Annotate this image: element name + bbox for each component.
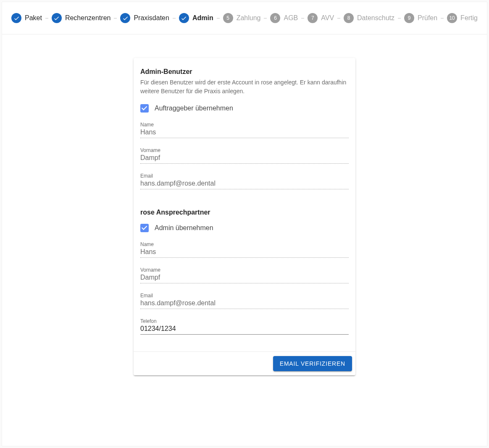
admin-card: Admin-Benutzer Für diesen Benutzer wird … — [134, 58, 355, 375]
step-avv[interactable]: 7 AVV — [308, 13, 334, 23]
step-label: Rechenzentren — [65, 14, 111, 22]
field-value: Dampf — [140, 154, 349, 162]
field-value: hans.dampf@rose.dental — [140, 180, 349, 188]
step-label: Fertig — [460, 14, 478, 22]
section-ansprechpartner-title: rose Ansprechpartner — [140, 209, 349, 216]
step-number-icon: 9 — [404, 13, 414, 23]
field-label: Email — [140, 173, 349, 179]
step-label: Datenschutz — [357, 14, 394, 22]
field-underline — [140, 163, 349, 164]
field-underline — [140, 138, 349, 138]
step-label: Admin — [192, 14, 213, 22]
step-datenschutz[interactable]: 8 Datenschutz — [344, 13, 394, 23]
step-praxisdaten[interactable]: Praxisdaten — [120, 13, 169, 23]
checkbox-auftraggeber-uebernehmen[interactable]: Auftraggeber übernehmen — [140, 104, 349, 113]
step-divider — [301, 18, 304, 18]
email-verify-button[interactable]: Email verifizieren — [273, 356, 352, 371]
check-icon — [179, 13, 189, 23]
field-value: Hans — [140, 248, 349, 257]
field-value: Hans — [140, 128, 349, 137]
step-divider — [173, 18, 176, 18]
step-paket[interactable]: Paket — [11, 13, 42, 23]
check-icon — [11, 13, 21, 23]
field-underline — [140, 283, 349, 283]
step-label: Praxisdaten — [134, 14, 169, 22]
step-admin[interactable]: Admin — [179, 13, 213, 23]
field-underline — [140, 189, 349, 189]
field-underline — [140, 309, 349, 309]
step-divider — [441, 18, 444, 18]
field-value: 01234/1234 — [140, 325, 349, 333]
step-number-icon: 6 — [270, 13, 280, 23]
field-label: Vorname — [140, 147, 349, 153]
field-value: Dampf — [140, 274, 349, 282]
field-label: Email — [140, 293, 349, 299]
step-label: Prüfen — [418, 14, 437, 22]
field-contact-name[interactable]: Name Hans — [140, 241, 349, 258]
field-label: Vorname — [140, 267, 349, 273]
step-number-icon: 7 — [308, 13, 318, 23]
field-label: Name — [140, 122, 349, 128]
step-divider — [114, 18, 117, 18]
step-divider — [264, 18, 267, 18]
app-container: Paket Rechenzentren Praxisdaten Admin — [2, 2, 487, 446]
field-admin-email[interactable]: Email hans.dampf@rose.dental — [140, 173, 349, 189]
card-actions: Email verifizieren — [134, 351, 355, 375]
step-number-icon: 8 — [344, 13, 354, 23]
step-label: AGB — [284, 14, 298, 22]
step-divider — [45, 18, 48, 18]
checkbox-admin-uebernehmen[interactable]: Admin übernehmen — [140, 224, 349, 232]
step-agb[interactable]: 6 AGB — [270, 13, 298, 23]
field-underline — [140, 257, 349, 258]
step-pruefen[interactable]: 9 Prüfen — [404, 13, 437, 23]
field-contact-vorname[interactable]: Vorname Dampf — [140, 267, 349, 283]
checkbox-icon — [140, 224, 149, 232]
step-fertig[interactable]: 10 Fertig — [447, 13, 478, 23]
step-number-icon: 10 — [447, 13, 457, 23]
field-value: hans.dampf@rose.dental — [140, 299, 349, 308]
step-rechenzentren[interactable]: Rechenzentren — [52, 13, 111, 23]
check-icon — [52, 13, 62, 23]
checkbox-label: Auftraggeber übernehmen — [155, 105, 233, 112]
step-label: Paket — [25, 14, 42, 22]
stepper: Paket Rechenzentren Praxisdaten Admin — [2, 2, 487, 34]
step-label: AVV — [321, 14, 334, 22]
step-zahlung[interactable]: 5 Zahlung — [223, 13, 261, 23]
field-contact-telefon[interactable]: Telefon 01234/1234 — [140, 318, 349, 335]
section-admin-title: Admin-Benutzer — [140, 68, 349, 76]
step-divider — [398, 18, 401, 18]
field-underline — [140, 334, 349, 335]
check-icon — [120, 13, 130, 23]
section-admin-desc: Für diesen Benutzer wird der erste Accou… — [140, 78, 349, 96]
step-number-icon: 5 — [223, 13, 233, 23]
checkbox-icon — [140, 104, 149, 113]
field-contact-email[interactable]: Email hans.dampf@rose.dental — [140, 293, 349, 309]
step-divider — [337, 18, 340, 18]
field-label: Telefon — [140, 318, 349, 324]
step-label: Zahlung — [237, 14, 261, 22]
field-admin-name[interactable]: Name Hans — [140, 122, 349, 138]
field-admin-vorname[interactable]: Vorname Dampf — [140, 147, 349, 164]
field-label: Name — [140, 241, 349, 247]
checkbox-label: Admin übernehmen — [155, 224, 213, 232]
step-divider — [217, 18, 220, 18]
content-area: Admin-Benutzer Für diesen Benutzer wird … — [2, 34, 487, 392]
